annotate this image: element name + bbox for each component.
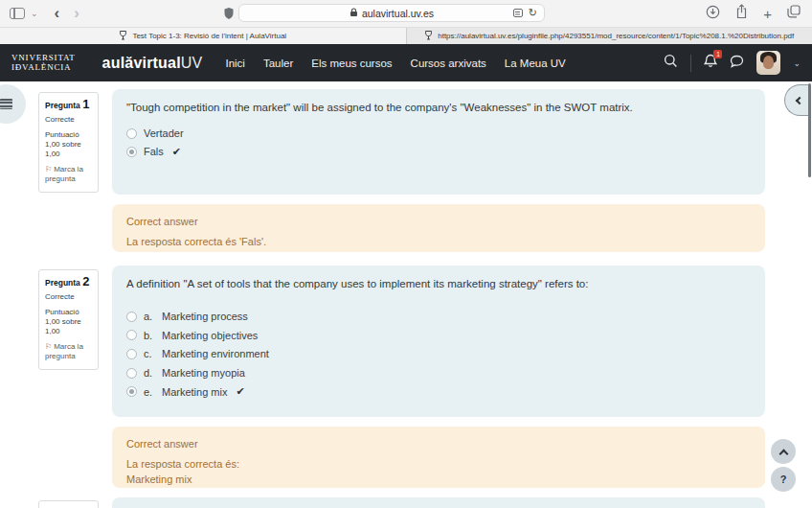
tab-inactive[interactable]: https://aulavirtual.uv.es/pluginfile.php… — [406, 28, 812, 44]
answer-option: d. Marketing myopia — [126, 367, 751, 379]
messages-icon[interactable] — [730, 55, 744, 72]
answer-option: Fals ✔ — [126, 146, 751, 157]
option-label: Marketing mix — [162, 386, 227, 398]
feedback-title: Correct answer — [126, 436, 751, 451]
question-2-body: A definition "A set of tools that the co… — [112, 266, 765, 417]
quiz-navigation-drawer-toggle[interactable] — [0, 84, 26, 124]
option-label: Marketing objectives — [162, 330, 258, 341]
option-label: Marketing environment — [162, 348, 269, 359]
university-logo-line2: IĐVALÈNCIA — [11, 63, 76, 73]
radio-button[interactable] — [126, 312, 137, 322]
notification-badge: 1 — [713, 50, 722, 58]
feedback-box-2: Correct answer La resposta correcta és: … — [112, 427, 765, 488]
question-score: Puntuació 1,00 sobre 1,00 — [45, 308, 92, 336]
option-label: Vertader — [144, 127, 184, 139]
user-menu-chevron-icon[interactable]: ⌄ — [793, 58, 801, 68]
block-drawer-toggle[interactable] — [784, 84, 810, 116]
feedback-title: Correct answer — [126, 214, 751, 229]
flag-icon: ⚐ — [45, 342, 52, 351]
chevron-up-icon — [778, 449, 788, 458]
question-text: A definition "A set of tools that the co… — [126, 278, 751, 289]
question-info-2: Pregunta 2 Correcte Puntuació 1,00 sobre… — [38, 269, 99, 370]
browser-toolbar: ⌄ ‹ › aulavirtual.uv.es ↻ + — [0, 0, 812, 27]
flag-question-link[interactable]: ⚐Marca la pregunta — [45, 165, 92, 184]
scroll-to-top-button[interactable] — [771, 439, 796, 464]
notifications-bell-icon[interactable]: 1 — [704, 54, 717, 72]
page-settings-icon[interactable] — [513, 9, 523, 17]
answer-option: c. Marketing environment — [126, 348, 751, 359]
feedback-text: Marketing mix — [126, 472, 751, 487]
correct-check-icon: ✔ — [172, 146, 181, 158]
question-info-1: Pregunta 1 Correcte Puntuació 1,00 sobre… — [38, 92, 99, 193]
aulavirtual-logo[interactable]: aulăvirtualUV — [102, 55, 203, 72]
question-number: Pregunta 1 — [45, 100, 92, 110]
sidebar-chevron-icon[interactable]: ⌄ — [31, 9, 38, 18]
nav-tauler[interactable]: Tauler — [263, 58, 293, 69]
search-icon[interactable] — [664, 54, 678, 72]
tab-title: https://aulavirtual.uv.es/pluginfile.php… — [438, 32, 794, 40]
question-info-3: Pregunta 3 — [38, 500, 99, 508]
quiz-review-page: Pregunta 1 Correcte Puntuació 1,00 sobre… — [0, 81, 812, 508]
back-button[interactable]: ‹ — [55, 1, 60, 26]
scrollbar-thumb[interactable] — [808, 83, 811, 177]
address-url: aulavirtual.uv.es — [362, 8, 434, 19]
radio-button-selected[interactable] — [126, 147, 137, 157]
flag-icon: ⚐ — [45, 165, 52, 173]
tab-overview-icon[interactable] — [787, 5, 801, 22]
option-label: Marketing myopia — [162, 367, 245, 379]
feedback-text: La resposta correcta és: — [126, 456, 751, 472]
share-icon[interactable] — [735, 4, 748, 23]
option-label: Fals — [144, 146, 164, 157]
radio-button[interactable] — [126, 349, 137, 359]
question-3-body — [112, 497, 765, 508]
answer-option: b. Marketing objectives — [126, 330, 751, 341]
radio-button[interactable] — [126, 128, 137, 139]
answer-option: e. Marketing mix ✔ — [126, 386, 751, 398]
question-number: Pregunta 2 — [45, 277, 92, 288]
question-text: "Tough competition in the market" will b… — [126, 102, 751, 113]
header-divider — [690, 55, 691, 72]
lock-icon — [350, 8, 358, 19]
question-status: Correcte — [45, 292, 92, 302]
sidebar-toggle-icon[interactable] — [10, 8, 25, 19]
nav-cursos-arxivats[interactable]: Cursos arxivats — [411, 58, 486, 69]
radio-button[interactable] — [126, 330, 137, 340]
downloads-icon[interactable] — [706, 5, 720, 23]
favicon-icon — [424, 31, 433, 42]
feedback-text: La resposta correcta és 'Fals'. — [126, 234, 751, 249]
tab-active[interactable]: Test Topic 1-3: Revisió de l'intent | Au… — [0, 28, 406, 44]
address-bar[interactable]: aulavirtual.uv.es ↻ — [238, 4, 545, 22]
question-1-body: "Tough competition in the market" will b… — [112, 89, 765, 195]
option-label: Marketing process — [162, 311, 248, 322]
reload-icon[interactable]: ↻ — [529, 8, 537, 18]
tab-title: Test Topic 1-3: Revisió de l'intent | Au… — [132, 32, 286, 40]
favicon-icon — [119, 31, 127, 42]
flag-question-link[interactable]: ⚐Marca la pregunta — [45, 342, 92, 361]
nav-inici[interactable]: Inici — [225, 58, 244, 69]
help-button[interactable]: ? — [771, 467, 796, 492]
question-score: Puntuació 1,00 sobre 1,00 — [45, 130, 92, 159]
forward-button[interactable]: › — [74, 1, 79, 26]
site-header: VNIVERSITAT IĐVALÈNCIA aulăvirtualUV Ini… — [0, 44, 812, 81]
main-nav: Inici Tauler Els meus cursos Cursos arxi… — [225, 58, 565, 69]
new-tab-button[interactable]: + — [763, 7, 772, 21]
list-icon — [0, 99, 12, 109]
radio-button-selected[interactable] — [126, 386, 137, 397]
chevron-left-icon — [796, 96, 803, 104]
radio-button[interactable] — [126, 368, 137, 379]
nav-la-meua-uv[interactable]: La Meua UV — [505, 58, 566, 69]
nav-els-meus-cursos[interactable]: Els meus cursos — [311, 58, 392, 69]
question-status: Correcte — [45, 115, 92, 125]
brand-suffix: UV — [181, 55, 203, 71]
answer-option: Vertader — [126, 127, 751, 139]
correct-check-icon: ✔ — [236, 385, 244, 398]
answer-option: a. Marketing process — [126, 311, 751, 322]
brand-text: aulăvirtual — [102, 55, 181, 71]
university-logo[interactable]: VNIVERSITAT IĐVALÈNCIA — [11, 54, 76, 72]
question-mark-icon: ? — [780, 473, 787, 485]
tab-bar: Test Topic 1-3: Revisió de l'intent | Au… — [0, 27, 812, 44]
privacy-shield-icon[interactable] — [223, 7, 235, 24]
feedback-box-1: Correct answer La resposta correcta és '… — [112, 204, 765, 252]
user-avatar[interactable] — [756, 51, 780, 75]
